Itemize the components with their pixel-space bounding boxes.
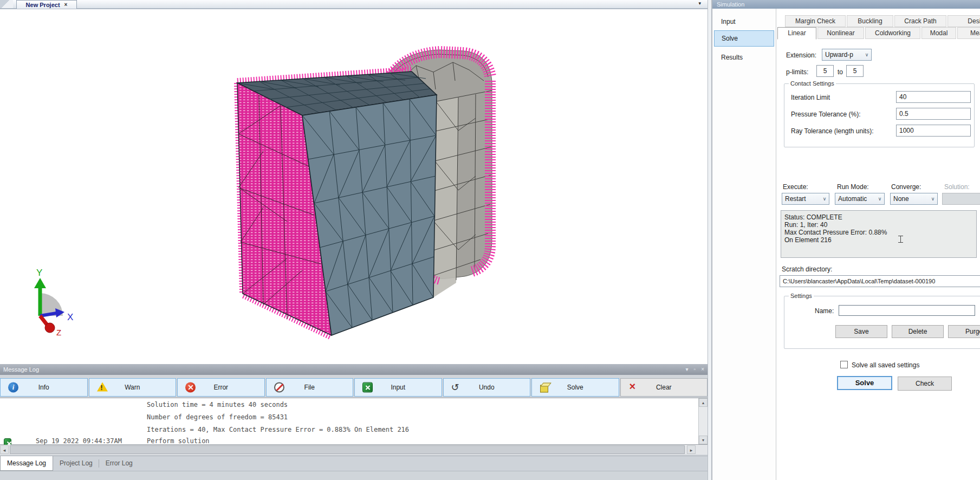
axis-triad: Y X Z	[34, 268, 73, 337]
panel-close-icon[interactable]: ×	[701, 364, 704, 375]
log-undo-button[interactable]: Undo	[443, 378, 531, 397]
tab-buckling[interactable]: Buckling	[847, 15, 893, 27]
pressure-tolerance-field[interactable]: 0.5	[896, 108, 971, 120]
iteration-limit-field[interactable]: 40	[896, 91, 971, 103]
tab-linear[interactable]: Linear	[777, 27, 816, 40]
panel-pin-icon[interactable]: ▫	[694, 364, 696, 375]
tab-error-log[interactable]: Error Log	[99, 456, 139, 471]
tab-close-icon[interactable]: ×	[64, 2, 68, 8]
model-viewport[interactable]: Y X Z	[0, 9, 708, 364]
log-error-button[interactable]: Error	[177, 378, 265, 397]
panel-splitter[interactable]	[708, 0, 712, 480]
log-entry-message: Number of degrees of freedom = 85431	[147, 413, 288, 421]
tab-design[interactable]: Design	[947, 15, 980, 27]
tab-measure[interactable]: Measu	[957, 27, 980, 39]
tab-message-log[interactable]: Message Log	[0, 456, 53, 471]
log-file-label: File	[304, 384, 315, 391]
settings-name-label: Name:	[815, 307, 834, 315]
solver-status-box: Status: COMPLETE Run: 1, Iter: 40 Max Co…	[781, 210, 977, 258]
tab-margin-check[interactable]: Margin Check	[785, 15, 846, 27]
tab-project-log[interactable]: Project Log	[53, 456, 99, 471]
extension-select[interactable]: Upward-p ∨	[822, 49, 872, 61]
simulation-nav: Input Solve Results	[712, 9, 776, 480]
scroll-down-icon[interactable]: ▾	[699, 436, 708, 444]
ray-tolerance-field[interactable]: 1000	[896, 125, 971, 137]
scroll-up-icon[interactable]: ▴	[699, 398, 708, 407]
log-entry: Iterations = 40, Max Contact Pressure Er…	[0, 426, 697, 437]
error-icon	[185, 382, 196, 393]
log-solve-button[interactable]: Solve	[531, 378, 619, 397]
log-toolbar: Info Warn Error File Input Undo	[0, 378, 708, 397]
contact-body-1	[237, 70, 437, 336]
settings-legend: Settings	[789, 293, 814, 299]
log-vertical-scrollbar[interactable]: ▴ ▾	[698, 398, 708, 444]
log-entry: Solution time = 4 minutes 40 seconds	[0, 401, 697, 412]
pressure-tolerance-label: Pressure Tolerance (%):	[791, 111, 861, 118]
nav-item-solve[interactable]: Solve	[714, 30, 774, 47]
run-mode-select[interactable]: Automatic ∨	[835, 193, 885, 205]
log-horizontal-scrollbar[interactable]: ◂ ▸	[0, 445, 708, 455]
tab-crack-path[interactable]: Crack Path	[894, 15, 946, 27]
log-clear-label: Clear	[656, 384, 672, 391]
log-input-label: Input	[391, 384, 405, 391]
file-filter-icon	[274, 382, 284, 393]
log-output-area[interactable]: Solution time = 4 minutes 40 seconds Num…	[0, 398, 708, 445]
simulation-panel-title: Simulation	[712, 0, 980, 9]
scrollbar-thumb[interactable]	[10, 445, 685, 454]
run-mode-label: Run Mode:	[837, 183, 869, 191]
save-button[interactable]: Save	[835, 325, 887, 338]
log-clear-button[interactable]: Clear	[620, 378, 708, 397]
scroll-left-icon[interactable]: ◂	[0, 445, 9, 454]
log-error-label: Error	[213, 384, 228, 391]
analysis-tab-row-2: Linear Nonlinear Coldworking Modal Measu	[777, 27, 980, 40]
log-tab-bar: Message Log Project Log Error Log	[0, 456, 708, 471]
document-tab-new-project[interactable]: New Project ×	[16, 0, 77, 9]
document-tab-label: New Project	[26, 2, 60, 8]
clear-icon	[628, 382, 639, 393]
tab-modal[interactable]: Modal	[921, 27, 956, 39]
mesh-scene: Y X Z	[0, 9, 708, 364]
undo-icon	[451, 382, 462, 393]
log-warn-button[interactable]: Warn	[89, 378, 177, 397]
converge-select[interactable]: None ∨	[890, 193, 938, 205]
log-file-button[interactable]: File	[266, 378, 354, 397]
solve-all-checkbox[interactable]	[840, 361, 848, 368]
status-line: Status: COMPLETE	[784, 213, 973, 221]
settings-name-input[interactable]	[839, 305, 975, 316]
message-log-titlebar: Message Log ▾ ▫ ×	[0, 364, 708, 375]
log-input-button[interactable]: Input	[354, 378, 442, 397]
p-limits-to-label: to	[838, 68, 843, 76]
chevron-down-icon: ∨	[862, 52, 871, 57]
tab-list-dropdown-icon[interactable]: ▾	[698, 1, 701, 6]
run-mode-value: Automatic	[835, 195, 875, 203]
tab-coldworking[interactable]: Coldworking	[865, 27, 920, 39]
info-icon	[8, 382, 18, 393]
solve-button[interactable]: Solve	[837, 376, 892, 390]
p-limit-from-field[interactable]: 5	[816, 65, 834, 77]
check-button[interactable]: Check	[898, 377, 952, 391]
log-entry-message: Iterations = 40, Max Contact Pressure Er…	[147, 426, 409, 433]
panel-dropdown-icon[interactable]: ▾	[686, 364, 689, 375]
simulation-panel: Simulation Input Solve Results Margin Ch…	[712, 0, 980, 480]
log-info-label: Info	[38, 384, 49, 391]
execute-select[interactable]: Restart ∨	[782, 193, 829, 205]
log-entry-message: Solution time = 4 minutes 40 seconds	[147, 401, 288, 408]
p-limits-label: p-limits:	[786, 68, 808, 76]
scroll-right-icon[interactable]: ▸	[687, 445, 696, 454]
nav-item-results[interactable]: Results	[714, 50, 774, 65]
log-entry: Number of degrees of freedom = 85431	[0, 413, 697, 424]
chevron-down-icon: ∨	[875, 196, 884, 202]
axis-label-x: X	[67, 312, 73, 322]
log-info-button[interactable]: Info	[0, 378, 88, 397]
delete-button[interactable]: Delete	[892, 325, 944, 338]
log-solve-label: Solve	[567, 384, 583, 391]
p-limit-to-field[interactable]: 5	[846, 65, 864, 77]
purge-button[interactable]: Purge	[948, 325, 980, 338]
tab-nonlinear[interactable]: Nonlinear	[817, 27, 864, 39]
execute-value: Restart	[782, 195, 820, 203]
solution-label: Solution:	[944, 183, 970, 191]
scratch-directory-field[interactable]: C:\Users\blancaster\AppData\Local\Temp\d…	[780, 275, 980, 287]
nav-item-input[interactable]: Input	[714, 14, 774, 29]
contact-settings-group: Contact Settings Iteration Limit 40 Pres…	[784, 80, 975, 147]
iteration-limit-label: Iteration Limit	[791, 94, 830, 101]
